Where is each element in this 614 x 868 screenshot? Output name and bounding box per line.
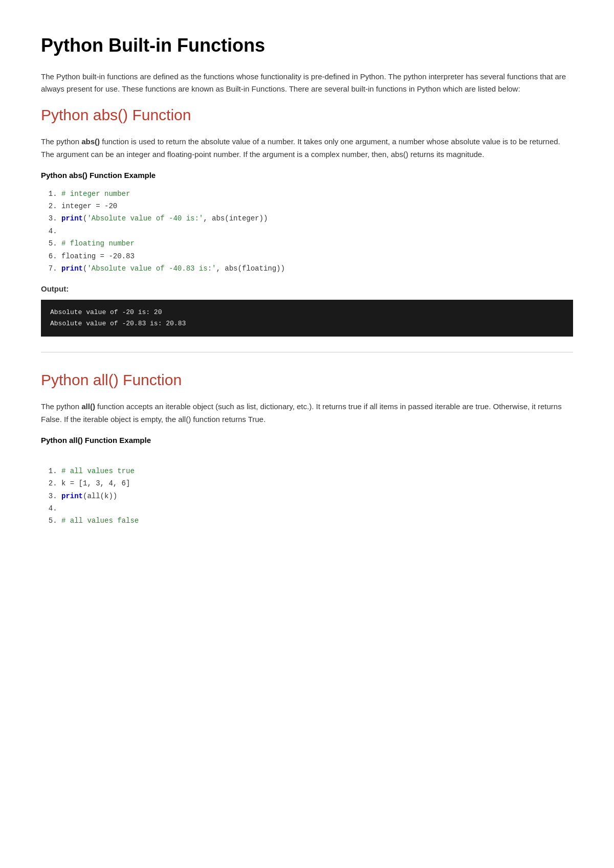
abs-code-line-1: # integer number (61, 188, 573, 200)
all-section: Python all() Function The python all() f… (41, 368, 573, 527)
abs-code-keyword-3: print (61, 214, 83, 222)
abs-desc-suffix: function is used to return the absolute … (41, 137, 560, 159)
abs-code-rest-7: , abs(floating)) (216, 264, 284, 273)
abs-code-comment-1: # integer number (61, 190, 130, 198)
all-code-keyword-3: print (61, 492, 83, 500)
all-desc-suffix: function accepts an iterable object (suc… (41, 402, 562, 424)
abs-output-block: Absolute value of -20 is: 20 Absolute va… (41, 300, 573, 337)
abs-code-rest-3: , abs(integer)) (203, 214, 268, 222)
abs-code-line-4 (61, 225, 573, 237)
all-code-comment-1: # all values true (61, 467, 135, 475)
abs-desc-prefix: The python (41, 137, 81, 146)
abs-code-list: # integer number integer = -20 print('Ab… (41, 188, 573, 275)
abs-section-title: Python abs() Function (41, 103, 573, 127)
page-main-title: Python Built-in Functions (41, 31, 573, 60)
all-description: The python all() function accepts an ite… (41, 400, 573, 426)
abs-output-line-1: Absolute value of -20 is: 20 (50, 307, 564, 318)
abs-code-normal-6: floating = -20.83 (61, 252, 135, 260)
abs-code-string-7: 'Absolute value of -40.83 is:' (87, 264, 216, 273)
all-section-title: Python all() Function (41, 368, 573, 392)
abs-code-string-3: 'Absolute value of -40 is:' (87, 214, 203, 222)
abs-code-line-3: print('Absolute value of -40 is:', abs(i… (61, 212, 573, 225)
all-code-line-4 (61, 502, 573, 515)
abs-example-heading: Python abs() Function Example (41, 169, 573, 182)
abs-description: The python abs() function is used to ret… (41, 136, 573, 161)
all-desc-prefix: The python (41, 402, 81, 411)
all-code-line-5: # all values false (61, 515, 573, 527)
all-code-line-2: k = [1, 3, 4, 6] (61, 477, 573, 489)
abs-code-normal-2: integer = -20 (61, 202, 117, 210)
all-code-line-3: print(all(k)) (61, 490, 573, 502)
abs-code-line-5: # floating number (61, 237, 573, 250)
section-divider (41, 352, 573, 352)
abs-section: Python abs() Function The python abs() f… (41, 103, 573, 337)
all-code-normal-2: k = [1, 3, 4, 6] (61, 479, 130, 487)
all-example-heading: Python all() Function Example (41, 434, 573, 447)
abs-code-line-7: print('Absolute value of -40.83 is:', ab… (61, 262, 573, 275)
all-code-rest-3: (all(k)) (83, 492, 117, 500)
abs-code-comment-5: # floating number (61, 239, 135, 248)
abs-output-label: Output: (41, 283, 573, 296)
abs-function-name: abs() (81, 137, 100, 146)
abs-output-line-2: Absolute value of -20.83 is: 20.83 (50, 318, 564, 329)
all-code-list: # all values true k = [1, 3, 4, 6] print… (41, 465, 573, 527)
abs-code-line-2: integer = -20 (61, 200, 573, 212)
all-code-line-1: # all values true (61, 465, 573, 477)
intro-paragraph: The Python built-in functions are define… (41, 71, 573, 96)
abs-code-keyword-7: print (61, 264, 83, 273)
all-function-name: all() (81, 402, 95, 411)
all-code-comment-5: # all values false (61, 517, 139, 525)
abs-code-line-6: floating = -20.83 (61, 250, 573, 262)
